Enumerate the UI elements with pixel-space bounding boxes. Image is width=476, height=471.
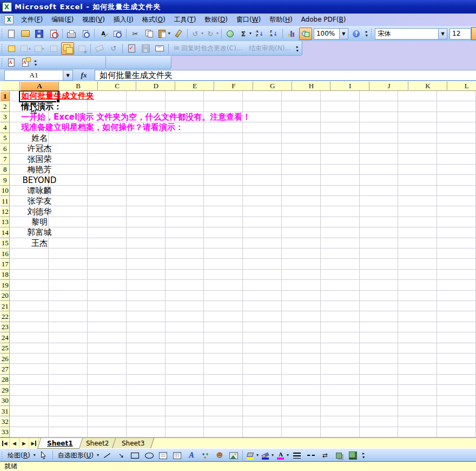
cell-D16[interactable] xyxy=(127,248,166,259)
cell-D10[interactable] xyxy=(127,186,166,196)
cell-I18[interactable] xyxy=(321,270,360,280)
chevron-down-icon[interactable]: ▾ xyxy=(272,453,274,457)
permission-button[interactable] xyxy=(47,28,60,40)
toolbar-options-chevron[interactable]: ▸▾ xyxy=(32,56,39,69)
cell-A30[interactable] xyxy=(10,396,49,406)
cell-A32[interactable] xyxy=(10,416,49,427)
cell-L17[interactable] xyxy=(437,259,476,269)
cell-E30[interactable] xyxy=(166,396,204,406)
cell-J22[interactable] xyxy=(360,311,399,322)
cell-D23[interactable] xyxy=(127,322,166,332)
cell-C30[interactable] xyxy=(88,396,127,406)
cell-D11[interactable] xyxy=(127,196,166,206)
cell-J14[interactable] xyxy=(360,227,399,238)
cell-J5[interactable] xyxy=(360,133,399,143)
accept-change-button[interactable] xyxy=(93,42,106,55)
cell-F29[interactable] xyxy=(204,385,243,395)
cell-H10[interactable] xyxy=(282,186,321,196)
cell-D33[interactable] xyxy=(127,427,166,437)
workbook-icon[interactable]: X xyxy=(4,15,14,24)
autoshapes-menu-button[interactable]: 自选图形(U)▾ xyxy=(55,449,100,462)
cell-B23[interactable] xyxy=(49,322,88,332)
cell-I17[interactable] xyxy=(321,259,360,269)
cell-E18[interactable] xyxy=(166,270,204,280)
font-name-combo[interactable]: 宋体 ▼ xyxy=(375,28,447,40)
cell-I25[interactable] xyxy=(321,343,360,354)
cell-G7[interactable] xyxy=(243,154,282,164)
cell-L16[interactable] xyxy=(437,248,476,259)
cell-G8[interactable] xyxy=(243,165,282,175)
cell-G4[interactable] xyxy=(243,122,282,133)
cell-L31[interactable] xyxy=(437,406,476,416)
cell-I6[interactable] xyxy=(321,143,360,154)
cell-D13[interactable] xyxy=(127,217,166,227)
cell-A27[interactable] xyxy=(10,364,49,374)
cell-H12[interactable] xyxy=(282,206,321,217)
cell-E19[interactable] xyxy=(166,280,204,290)
row-header-18[interactable]: 18 xyxy=(0,270,10,280)
cell-B20[interactable] xyxy=(49,291,88,301)
cell-L3[interactable] xyxy=(437,112,476,122)
row-header-15[interactable]: 15 xyxy=(0,238,10,248)
cell-D17[interactable] xyxy=(127,259,166,269)
cell-F11[interactable] xyxy=(204,196,243,206)
cell-K30[interactable] xyxy=(398,396,437,406)
cell-E29[interactable] xyxy=(166,385,204,395)
row-header-1[interactable]: 1 xyxy=(0,91,10,101)
cell-I10[interactable] xyxy=(321,186,360,196)
vertical-text-box-button[interactable] xyxy=(171,449,184,462)
row-header-23[interactable]: 23 xyxy=(0,322,10,332)
cell-H33[interactable] xyxy=(282,427,321,437)
menu-5[interactable]: 格式(O) xyxy=(138,14,170,25)
cell-K22[interactable] xyxy=(398,311,437,322)
cell-L2[interactable] xyxy=(437,101,476,112)
cell-G33[interactable] xyxy=(243,427,282,437)
cell-B31[interactable] xyxy=(49,406,88,416)
cell-J30[interactable] xyxy=(360,396,399,406)
cell-K6[interactable] xyxy=(398,143,437,154)
row-header-20[interactable]: 20 xyxy=(0,291,10,301)
cell-G2[interactable] xyxy=(243,101,282,112)
cell-K15[interactable] xyxy=(398,238,437,248)
cell-H9[interactable] xyxy=(282,175,321,185)
cell-K23[interactable] xyxy=(398,322,437,332)
cell-C28[interactable] xyxy=(88,375,127,385)
cell-K16[interactable] xyxy=(398,248,437,259)
cell-D26[interactable] xyxy=(127,354,166,364)
cell-J19[interactable] xyxy=(360,280,399,290)
cell-G19[interactable] xyxy=(243,280,282,290)
cell-E5[interactable] xyxy=(166,133,204,143)
cell-L15[interactable] xyxy=(437,238,476,248)
sort-descending-button[interactable]: ZA↓ xyxy=(267,28,280,40)
insert-wordart-button[interactable]: A xyxy=(185,449,198,462)
cell-K4[interactable] xyxy=(398,122,437,133)
cell-D27[interactable] xyxy=(127,364,166,374)
cell-C5[interactable] xyxy=(88,133,127,143)
cell-A16[interactable] xyxy=(10,248,49,259)
cell-C17[interactable] xyxy=(88,259,127,269)
cell-D14[interactable] xyxy=(127,227,166,238)
cell-E20[interactable] xyxy=(166,291,204,301)
cell-L19[interactable] xyxy=(437,280,476,290)
cell-H5[interactable] xyxy=(282,133,321,143)
cell-L33[interactable] xyxy=(437,427,476,437)
cell-G14[interactable] xyxy=(243,227,282,238)
menu-3[interactable]: 视图(V) xyxy=(78,14,109,25)
cell-D5[interactable] xyxy=(127,133,166,143)
cell-J16[interactable] xyxy=(360,248,399,259)
cell-K32[interactable] xyxy=(398,416,437,427)
cell-G28[interactable] xyxy=(243,375,282,385)
cell-J15[interactable] xyxy=(360,238,399,248)
column-header-J[interactable]: J xyxy=(369,81,408,91)
cell-F30[interactable] xyxy=(204,396,243,406)
cell-E8[interactable] xyxy=(166,165,204,175)
cell-C13[interactable] xyxy=(88,217,127,227)
cell-B25[interactable] xyxy=(49,343,88,354)
cell-C29[interactable] xyxy=(88,385,127,395)
row-header-25[interactable]: 25 xyxy=(0,343,10,354)
row-header-29[interactable]: 29 xyxy=(0,385,10,395)
cell-C26[interactable] xyxy=(88,354,127,364)
row-header-5[interactable]: 5 xyxy=(0,133,10,143)
cell-D30[interactable] xyxy=(127,396,166,406)
cell-F10[interactable] xyxy=(204,186,243,196)
